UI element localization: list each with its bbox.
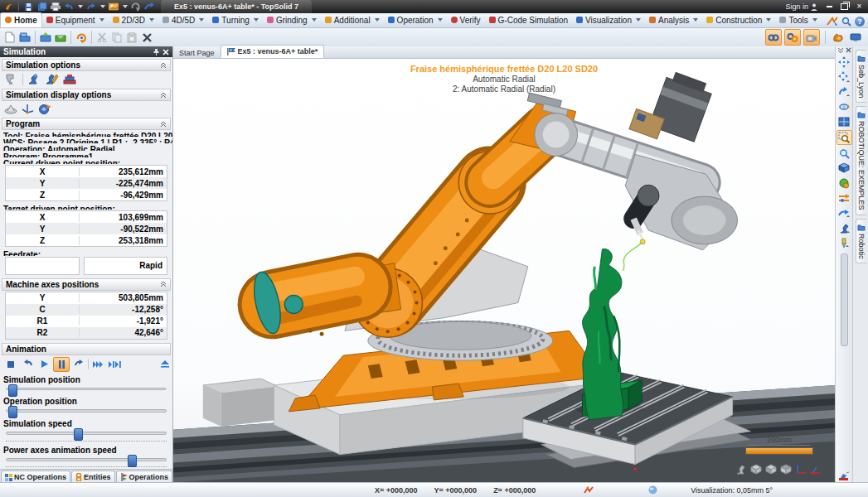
- stop-button[interactable]: [3, 358, 18, 371]
- tab-operation[interactable]: Operation: [384, 13, 447, 27]
- pan-mode-icon[interactable]: [837, 70, 851, 84]
- collision-check-button[interactable]: [831, 30, 846, 45]
- axis-sync-toggle[interactable]: [784, 29, 801, 46]
- cut-button[interactable]: [95, 30, 109, 45]
- axes-display-icon[interactable]: [22, 103, 34, 114]
- section-animation[interactable]: Animation: [2, 343, 171, 355]
- import-document-button[interactable]: [38, 30, 53, 45]
- tab-turning[interactable]: Turning: [208, 13, 263, 27]
- screenshot-dropdown-icon[interactable]: [123, 5, 128, 8]
- tab-visualization[interactable]: Visualization: [572, 13, 645, 27]
- new-document-button[interactable]: [2, 30, 17, 45]
- wcs-axis-icon[interactable]: [795, 464, 807, 475]
- section-display-options[interactable]: Simulation display options: [2, 89, 171, 101]
- collapse-animation-icon[interactable]: [161, 360, 169, 368]
- front-view-icon[interactable]: [765, 464, 777, 475]
- tab-additional[interactable]: Additional: [321, 13, 384, 27]
- tab-2d3d[interactable]: 2D/3D: [109, 13, 158, 27]
- pan-icon[interactable]: [837, 55, 851, 69]
- shaded-view-icon[interactable]: [837, 162, 851, 175]
- pause-button[interactable]: [53, 357, 70, 372]
- toolbar-scrollbar[interactable]: [841, 253, 848, 346]
- minimize-button[interactable]: [822, 2, 836, 12]
- undo-button[interactable]: [63, 2, 74, 12]
- sync-button[interactable]: [74, 30, 89, 45]
- tab-start-page[interactable]: Start Page: [173, 47, 221, 58]
- open-document-button[interactable]: [17, 30, 32, 45]
- remote-screen-button[interactable]: [848, 30, 863, 45]
- tab-gcode-simulation[interactable]: G-Code Simulation: [485, 13, 572, 27]
- tab-4d5d[interactable]: 4D/5D: [158, 13, 208, 27]
- toolpath-status-icon[interactable]: [584, 486, 594, 495]
- section-program[interactable]: Program: [2, 118, 171, 130]
- tab-operations[interactable]: Operations: [116, 470, 173, 483]
- side-tab-robotique-exemples[interactable]: ROBOTIQUE: EXEMPLES: [856, 106, 866, 215]
- section-view-icon[interactable]: [837, 191, 851, 205]
- zoom-window-icon[interactable]: [836, 130, 852, 145]
- toolpath-display-icon[interactable]: [38, 103, 51, 114]
- robot-simulation-icon[interactable]: [27, 73, 41, 85]
- stock-display-icon[interactable]: [4, 104, 17, 114]
- kinematics-link-toggle[interactable]: [765, 29, 782, 46]
- share-button[interactable]: [143, 2, 154, 12]
- sphere-tolerance-icon[interactable]: [648, 485, 657, 495]
- iso-view-icon[interactable]: [750, 464, 762, 475]
- tab-analysis[interactable]: Analysis: [645, 13, 702, 27]
- machine-axis-icon[interactable]: [810, 464, 822, 475]
- machining-simulation-icon[interactable]: [4, 73, 18, 85]
- panel-close-icon[interactable]: [162, 49, 169, 55]
- orbit-icon[interactable]: [837, 100, 851, 113]
- flip-view-icon[interactable]: [837, 206, 851, 220]
- simulation-position-slider[interactable]: [6, 388, 167, 391]
- screenshot-button[interactable]: [108, 2, 119, 12]
- restore-button[interactable]: [837, 2, 851, 12]
- pin-icon[interactable]: [153, 48, 159, 55]
- robot-jog-icon[interactable]: [837, 221, 851, 234]
- tab-verify[interactable]: Verify: [447, 13, 485, 27]
- step-to-end-button[interactable]: [107, 358, 122, 371]
- rewind-button[interactable]: [20, 358, 35, 371]
- tool-display-icon[interactable]: [837, 236, 851, 249]
- power-axes-speed-slider[interactable]: [6, 458, 167, 461]
- forward-button[interactable]: [71, 358, 86, 371]
- redo-button[interactable]: [85, 2, 96, 12]
- material-removal-icon[interactable]: [63, 74, 77, 85]
- view-layout-icon[interactable]: [837, 115, 851, 128]
- quick-command-icon[interactable]: [827, 17, 838, 27]
- operation-position-slider[interactable]: [6, 409, 167, 413]
- tab-entities[interactable]: Entities: [71, 470, 115, 483]
- tab-construction[interactable]: Construction: [702, 13, 775, 27]
- render-mode-icon[interactable]: [837, 176, 851, 190]
- copy-button[interactable]: [109, 30, 124, 45]
- tab-grinding[interactable]: Grinding: [263, 13, 321, 27]
- close-button[interactable]: ×: [852, 2, 866, 12]
- rotate-icon[interactable]: [837, 85, 851, 99]
- save-all-button[interactable]: [36, 2, 47, 12]
- tab-nc-operations[interactable]: NC Operations: [1, 470, 70, 483]
- fast-forward-button[interactable]: [90, 358, 105, 371]
- sign-in-link[interactable]: Sign in: [785, 2, 817, 11]
- toolbar-close-icon[interactable]: [846, 47, 851, 53]
- robot-view-icon[interactable]: [735, 464, 747, 475]
- save-button[interactable]: [23, 2, 34, 12]
- tab-equipment[interactable]: Equipment: [42, 13, 109, 27]
- section-machine-axes[interactable]: Machine axes positions: [2, 278, 171, 291]
- delete-button[interactable]: [139, 30, 154, 45]
- side-tab-seb-lyon[interactable]: Seb_Lyon: [856, 50, 866, 103]
- tab-active-document[interactable]: Ex5 : venus-6A+ table*: [221, 45, 325, 58]
- zoom-icon[interactable]: [837, 147, 851, 160]
- help-icon[interactable]: ?: [855, 17, 865, 27]
- toolbar-overflow-icon[interactable]: [837, 47, 844, 53]
- refresh-button[interactable]: [130, 2, 141, 12]
- robot-edit-icon[interactable]: [45, 73, 59, 85]
- camera-follow-toggle[interactable]: [803, 29, 820, 46]
- tab-tools[interactable]: Tools: [775, 13, 821, 27]
- 3d-scene[interactable]: Fraise hémisphérique frettée D20 L20 SD2…: [173, 59, 835, 483]
- redo-dropdown-icon[interactable]: [100, 5, 105, 8]
- paste-button[interactable]: [124, 30, 139, 45]
- section-simulation-options[interactable]: Simulation options: [2, 59, 171, 71]
- machine-status-icon[interactable]: [838, 471, 850, 481]
- side-tab-robotic[interactable]: Robotic: [856, 219, 866, 264]
- play-button[interactable]: [36, 358, 51, 371]
- print-button[interactable]: [50, 2, 61, 12]
